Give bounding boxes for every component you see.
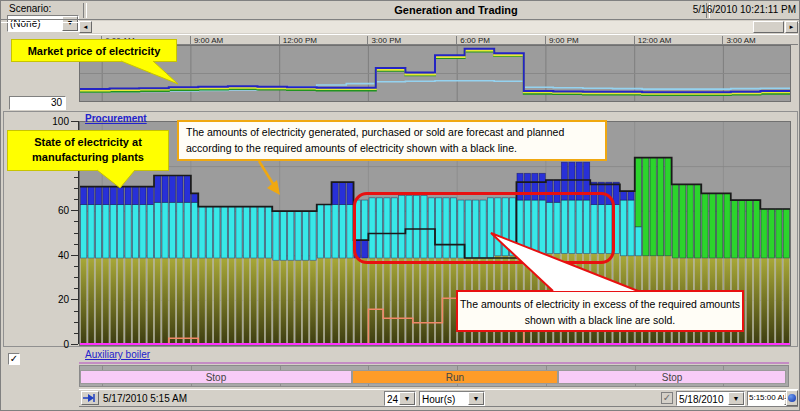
- time-tick-label: 6:00 PM: [456, 36, 490, 45]
- state-of-electricity-callout: State of electricity at manufacturing pl…: [7, 130, 169, 171]
- duration-value-combobox[interactable]: 24 ▼: [384, 391, 416, 406]
- header-separator: [83, 3, 87, 18]
- pin-icon: [82, 392, 98, 404]
- apply-time-button[interactable]: [786, 390, 798, 406]
- end-date-value: 5/18/2010: [677, 392, 728, 405]
- duration-value: 24: [385, 392, 399, 405]
- end-date-combobox[interactable]: 5/18/2010 ▼: [676, 391, 745, 406]
- scenario-label: Scenario:: [9, 3, 51, 15]
- chevron-down-icon[interactable]: ▼: [728, 392, 744, 405]
- auxiliary-boiler-gantt: StopRunStop: [79, 365, 789, 387]
- time-tick-label: 3:00 PM: [367, 36, 401, 45]
- time-tick-label: 3:00 AM: [722, 36, 755, 45]
- auxiliary-boiler-checkbox[interactable]: ✓: [8, 353, 20, 365]
- scroll-right-icon[interactable]: ►: [785, 21, 798, 33]
- pin-start-button[interactable]: [81, 391, 99, 405]
- chevron-down-icon[interactable]: ▼: [399, 392, 415, 405]
- gantt-divider-line: [79, 362, 789, 364]
- page-title: Generation and Trading: [251, 4, 661, 16]
- chevron-down-icon[interactable]: ▼: [468, 392, 484, 405]
- gantt-segment-stop[interactable]: Stop: [80, 370, 352, 384]
- end-time-checkbox[interactable]: ✓: [661, 392, 673, 404]
- duration-unit: Hour(s): [420, 392, 468, 405]
- end-time-value: 5:15:00 AM: [748, 392, 784, 405]
- scrollbar-thumb[interactable]: [753, 21, 784, 33]
- time-tick-label: 12:00 PM: [279, 36, 317, 45]
- app-window: Scenario: (None) ▼ Generation and Tradin…: [0, 0, 800, 411]
- start-datetime-label: 5/17/2010 5:15 AM: [103, 393, 187, 405]
- auxiliary-boiler-link[interactable]: Auxiliary boiler: [85, 349, 150, 360]
- duration-unit-combobox[interactable]: Hour(s) ▼: [419, 391, 485, 406]
- market-price-chart: [79, 45, 791, 102]
- time-tick-label: 9:00 PM: [545, 36, 579, 45]
- excess-highlight-outline: [353, 192, 615, 264]
- excess-note-callout: The amounts of electricity in excess of …: [456, 290, 744, 332]
- gantt-segment-run[interactable]: Run: [352, 370, 558, 384]
- procurement-link[interactable]: Procurement: [85, 113, 147, 124]
- forecast-note-callout: The amounts of electricity generated, pu…: [177, 120, 607, 161]
- time-range-toolbar: 5/17/2010 5:15 AM 24 ▼ Hour(s) ▼ ✓ 5/18/…: [79, 389, 798, 407]
- scenario-combobox[interactable]: (None) ▼: [7, 15, 79, 32]
- time-scrollbar[interactable]: ◄ ►: [79, 21, 798, 33]
- market-price-callout: Market price of electricity: [11, 39, 177, 62]
- globe-icon: [788, 394, 796, 402]
- time-tick-label: 12:00 AM: [634, 36, 672, 45]
- scroll-left-icon[interactable]: ◄: [79, 21, 92, 33]
- price-axis-value-field[interactable]: 30: [9, 96, 66, 110]
- clock-timestamp: 5/16/2010 10:21:11 PM: [679, 4, 796, 16]
- time-tick-label: 9:00 AM: [190, 36, 223, 45]
- time-axis-header: 6:00 AM9:00 AM12:00 PM3:00 PM6:00 PM9:00…: [79, 34, 798, 45]
- gantt-segment-stop[interactable]: Stop: [558, 370, 787, 384]
